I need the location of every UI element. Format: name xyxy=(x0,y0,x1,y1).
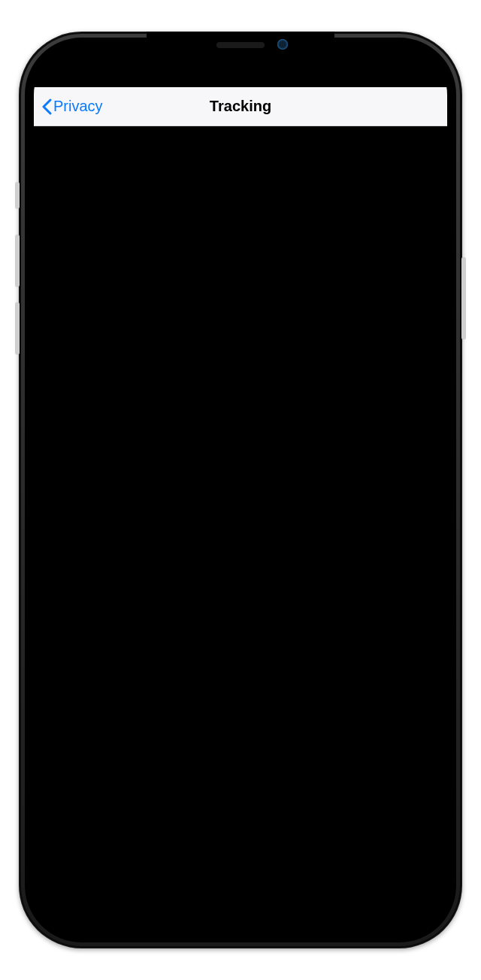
home-indicator[interactable] xyxy=(180,921,301,926)
wifi-icon xyxy=(385,60,400,74)
cellular-icon xyxy=(365,60,380,74)
svg-rect-1 xyxy=(368,65,371,71)
battery-icon xyxy=(405,60,426,74)
status-time: 9:41 xyxy=(59,59,87,75)
allow-tracking-label: Allow Apps to Request to Track xyxy=(47,172,390,189)
app-icon: App xyxy=(47,261,74,288)
volume-up-button xyxy=(15,234,20,287)
section-gap xyxy=(34,126,447,159)
svg-rect-3 xyxy=(376,61,378,71)
stage: 9:41 xyxy=(0,0,481,980)
speaker xyxy=(216,42,265,48)
allow-tracking-cell: Allow Apps to Request to Track xyxy=(34,159,447,201)
svg-rect-6 xyxy=(424,64,425,68)
nav-bar: Privacy Tracking xyxy=(34,87,447,126)
phone-frame: 9:41 xyxy=(19,32,462,948)
screen: 9:41 xyxy=(34,47,447,933)
svg-rect-0 xyxy=(365,68,367,71)
app-name-label: App xyxy=(85,266,390,283)
app-list: AppApp xyxy=(34,253,447,295)
learn-more-link[interactable]: Learn more… xyxy=(124,227,198,240)
notch xyxy=(147,32,334,59)
allow-tracking-footer: Allow apps to ask to track your activity… xyxy=(34,201,447,253)
status-indicators xyxy=(365,60,426,74)
back-label: Privacy xyxy=(53,98,103,115)
volume-down-button xyxy=(15,302,20,355)
chevron-left-icon xyxy=(41,98,52,115)
content: Allow Apps to Request to Track Allow app… xyxy=(34,126,447,933)
silence-switch xyxy=(15,182,20,209)
back-button[interactable]: Privacy xyxy=(41,98,103,115)
allow-tracking-toggle[interactable] xyxy=(390,168,434,193)
power-button xyxy=(461,257,466,340)
front-camera xyxy=(277,39,288,50)
footer-text: Allow apps to ask to track your activity… xyxy=(47,210,413,240)
app-row: AppApp xyxy=(34,253,447,295)
svg-rect-5 xyxy=(407,62,422,69)
app-tracking-toggle[interactable] xyxy=(390,262,434,287)
svg-rect-2 xyxy=(372,63,374,71)
